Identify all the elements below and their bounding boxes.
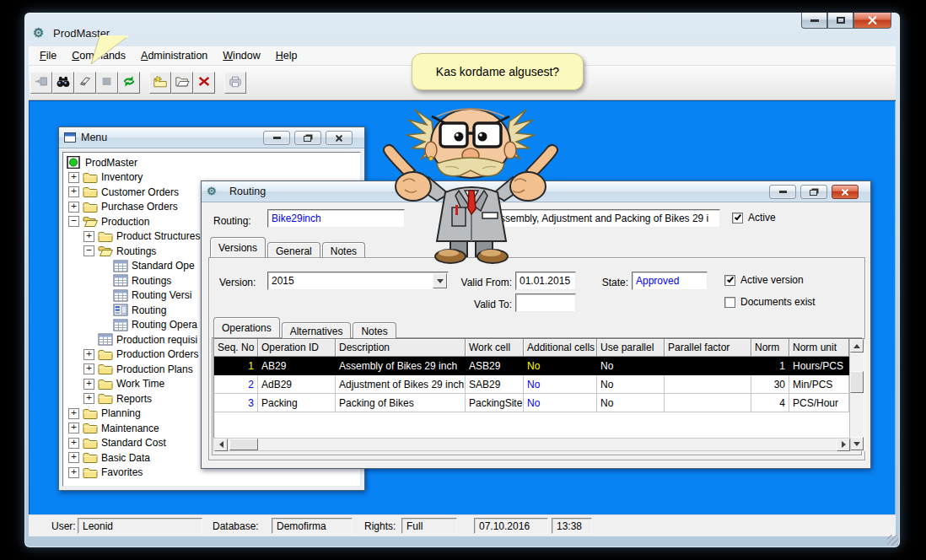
menu-item-file[interactable]: File [32, 47, 64, 64]
menu-item-administration[interactable]: Administration [133, 47, 215, 64]
expand-icon[interactable]: + [68, 172, 79, 183]
column-header-description[interactable]: Description [336, 339, 466, 357]
expand-icon[interactable]: + [68, 452, 79, 463]
tree-item-label: Routing Versi [132, 289, 191, 301]
tree-item-label: Routing [132, 304, 166, 316]
scroll-right-button[interactable] [837, 439, 850, 451]
expand-icon[interactable]: + [68, 186, 79, 197]
tree-item-label: Standard Cost [101, 437, 166, 449]
horizontal-scrollbar[interactable] [213, 438, 851, 451]
valid-from-label: Valid From: [460, 277, 512, 288]
table-cell: Hours/PCS [789, 357, 849, 375]
column-header-parallel-factor[interactable]: Parallel factor [665, 339, 751, 357]
checkbox-icon [724, 297, 735, 308]
table-row[interactable]: 2AdB29Adjustment of Bikes 29 inchSAB29No… [214, 375, 849, 394]
toolbar-button-delete[interactable] [193, 72, 215, 94]
valid-to-input[interactable] [515, 293, 576, 312]
restore-button[interactable] [800, 185, 827, 199]
speech-bubble-text: Kas kordame algusest? [436, 65, 559, 78]
column-header-work-cell[interactable]: Work cell [466, 339, 524, 357]
tab-alternatives[interactable]: Alternatives [282, 322, 352, 339]
toolbar-button-open[interactable] [171, 72, 193, 94]
table-cell [665, 394, 751, 412]
table-cell: Packing of Bikes [336, 394, 466, 412]
resize-grip[interactable] [887, 535, 898, 546]
minimize-button[interactable] [769, 185, 796, 199]
active-version-label: Active version [740, 274, 804, 286]
expand-icon[interactable]: + [68, 408, 79, 419]
vertical-scrollbar[interactable] [849, 339, 864, 450]
table-cell: 2 [214, 375, 258, 394]
expand-icon[interactable]: + [83, 349, 94, 360]
scroll-down-button[interactable] [850, 437, 864, 450]
expand-icon[interactable]: + [68, 423, 79, 433]
tree-item-label: Work Time [116, 378, 164, 390]
table-row[interactable]: 3PackingPacking of BikesPackingSiteNoNo4… [214, 394, 849, 412]
restore-button[interactable] [294, 131, 321, 145]
table-cell: 3 [214, 394, 258, 412]
expand-icon[interactable]: + [83, 379, 94, 390]
version-combobox[interactable]: 2015 [267, 272, 449, 290]
state-input[interactable]: Approved [632, 272, 708, 290]
expand-icon[interactable]: + [68, 202, 79, 213]
tab-operations[interactable]: Operations [213, 317, 280, 337]
column-header-norm[interactable]: Norm [751, 339, 789, 357]
table-icon [113, 260, 128, 272]
statusbar: User: Leonid Database: Demofirma Rights:… [29, 514, 896, 536]
table-row[interactable]: 1AB29Assembly of Bikes 29 inchASB29NoNo1… [214, 357, 849, 375]
scroll-left-button[interactable] [214, 439, 228, 451]
tab-notes[interactable]: Notes [353, 322, 396, 339]
scrollbar-thumb[interactable] [229, 439, 258, 450]
scroll-up-button[interactable] [850, 339, 864, 353]
valid-from-input[interactable]: 01.01.2015 [515, 272, 576, 290]
minimize-button[interactable] [263, 131, 290, 145]
folder-icon [98, 392, 113, 405]
refresh-icon [121, 75, 137, 90]
column-header-seq-no[interactable]: Seq. No [214, 339, 258, 357]
close-icon [867, 15, 878, 26]
valid-to-label: Valid To: [460, 299, 512, 310]
folder-icon [83, 422, 98, 434]
documents-exist-checkbox[interactable]: Documents exist [724, 296, 816, 308]
table-cell: AB29 [258, 357, 336, 375]
menu-item-help[interactable]: Help [268, 47, 305, 64]
menu-item-window[interactable]: Window [215, 47, 267, 64]
tab-notes[interactable]: Notes [322, 242, 365, 259]
titlebar: ⚙ ProdMaster [24, 13, 900, 46]
column-header-use-parallel[interactable]: Use parallel [597, 339, 665, 357]
column-header-norm-unit[interactable]: Norm unit [789, 339, 849, 357]
toolbar-button-find[interactable] [52, 72, 74, 94]
toolbar-button-new[interactable] [149, 72, 171, 94]
tree-item-label: Planning [101, 407, 141, 419]
tree-item-label: Standard Ope [132, 260, 195, 272]
menu-window-controls [263, 131, 353, 145]
table-cell: 30 [751, 375, 789, 394]
expand-icon[interactable]: + [68, 438, 79, 449]
expand-icon[interactable]: + [83, 393, 94, 404]
close-button[interactable] [853, 13, 891, 29]
tab-general[interactable]: General [267, 242, 320, 259]
minimize-button[interactable] [801, 13, 827, 29]
expand-icon[interactable]: + [68, 467, 79, 478]
minimize-icon [810, 19, 819, 22]
column-header-operation-id[interactable]: Operation ID [258, 339, 336, 357]
scrollbar-thumb[interactable] [850, 371, 864, 393]
expand-icon[interactable]: + [83, 231, 94, 242]
maximize-button[interactable] [827, 13, 853, 29]
expand-icon[interactable]: + [83, 363, 94, 374]
toolbar-button-refresh[interactable] [118, 72, 140, 94]
active-checkbox[interactable]: Active [732, 212, 776, 223]
window-controls [801, 13, 891, 29]
routing-window-title: Routing [229, 186, 266, 197]
tree-item-prodmaster[interactable]: ProdMaster [67, 155, 360, 170]
tab-versions[interactable]: Versions [210, 237, 266, 257]
collapse-icon[interactable]: − [83, 245, 94, 256]
active-version-checkbox[interactable]: Active version [724, 274, 804, 286]
close-button[interactable] [832, 185, 859, 199]
close-button[interactable] [326, 131, 353, 145]
version-dropdown-button[interactable] [433, 273, 447, 288]
toolbar-button-erase[interactable] [74, 72, 96, 94]
collapse-icon[interactable]: − [68, 216, 79, 227]
column-header-additional-cells[interactable]: Additional cells [524, 339, 597, 357]
find-icon [56, 75, 71, 90]
